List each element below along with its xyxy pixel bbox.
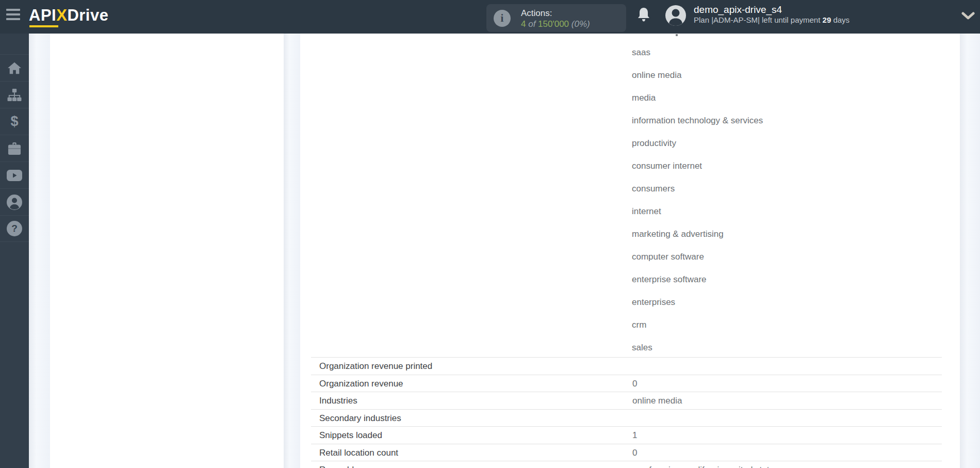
sidebar-item-home[interactable] [0,54,29,81]
left-sidebar: $ ? [0,34,29,468]
list-item: information technology & services [632,116,763,138]
user-icon [7,195,22,210]
sidebar-item-billing[interactable]: $ [0,108,29,135]
row-value: online media [632,392,682,409]
table-row: Raw address san francisco, california, u… [311,461,942,468]
sitemap-icon [7,88,22,102]
list-item: internet [632,206,763,229]
sidebar-item-youtube[interactable] [0,162,29,188]
home-icon [7,61,22,75]
hamburger-menu-icon[interactable] [6,9,20,20]
field-value-table: Organization revenue printed Organizatio… [311,357,942,468]
briefcase-icon [7,142,22,155]
sidebar-item-integrations[interactable] [0,81,29,108]
row-label: Organization revenue [319,375,403,392]
chevron-down-icon[interactable] [961,12,975,20]
actions-counter-box[interactable]: i Actions: 4 of 150'000 (0%) [486,4,626,32]
list-item: marketing & advertising [632,229,763,252]
info-icon: i [494,10,511,27]
row-label: Retail location count [319,444,398,461]
question-icon: ? [7,221,22,236]
table-row: Organization revenue 0 [311,375,942,392]
actions-total: 150'000 [538,19,569,29]
row-label: Snippets loaded [319,427,382,444]
industries-tag-list: saas online media media information tech… [632,47,763,365]
list-item: enterprise software [632,275,763,297]
plan-info: Plan |ADM-AP-SM| left until payment 29 d… [694,15,850,24]
actions-percent: (0%) [569,19,590,29]
list-item: crm [632,320,763,343]
plan-days-suffix: days [831,15,850,24]
list-item: media [632,93,763,116]
row-value: 0 [632,444,637,461]
logo-part-x: X [56,6,67,24]
dollar-icon: $ [10,115,18,128]
plan-text: Plan |ADM-AP-SM| left until payment [694,15,823,24]
list-item: productivity [632,138,763,161]
sidebar-item-account[interactable] [0,188,29,215]
left-panel-scrollbar[interactable] [29,34,50,468]
list-item: consumer internet [632,161,763,184]
row-label: Secondary industries [319,410,401,427]
sidebar-item-help[interactable]: ? [0,215,29,242]
actions-label: Actions: [521,8,552,19]
sidebar-item-services[interactable] [0,135,29,162]
table-row: Retail location count 0 [311,444,942,461]
row-value: 1 [632,427,637,444]
right-panel-scrollbar[interactable] [960,34,980,468]
list-item: enterprises [632,297,763,320]
table-row: Organization revenue printed [311,357,942,375]
middle-panel-scrollbar[interactable] [284,34,300,468]
row-label: Industries [319,392,357,409]
actions-of: of [526,19,538,29]
list-item: consumers [632,184,763,206]
list-item: computer software [632,252,763,275]
actions-count: 4 of 150'000 (0%) [521,19,590,29]
table-row: Industries online media [311,392,942,409]
row-value: 0 [632,375,637,392]
table-row: Secondary industries [311,409,942,427]
youtube-icon [7,170,22,181]
logo-part-drive: Drive [67,6,108,24]
row-label: Raw address [319,461,370,468]
logo-part-api: API [29,6,56,24]
clipped-list-item-fragment [676,34,678,36]
apixdrive-logo[interactable]: APIXDrive [29,7,108,24]
account-name[interactable]: demo_apix-drive_s4 [694,4,782,15]
table-row: Snippets loaded 1 [311,426,942,444]
top-header: APIXDrive i Actions: 4 of 150'000 (0%) d… [0,0,980,34]
list-item: online media [632,70,763,93]
row-label: Organization revenue printed [319,358,432,375]
user-avatar[interactable] [665,5,687,26]
notifications-bell-icon[interactable] [636,7,651,22]
plan-days-number: 29 [823,15,831,24]
list-item: saas [632,47,763,70]
logo-underline [29,25,58,27]
row-value: san francisco, california, united states [632,461,778,468]
